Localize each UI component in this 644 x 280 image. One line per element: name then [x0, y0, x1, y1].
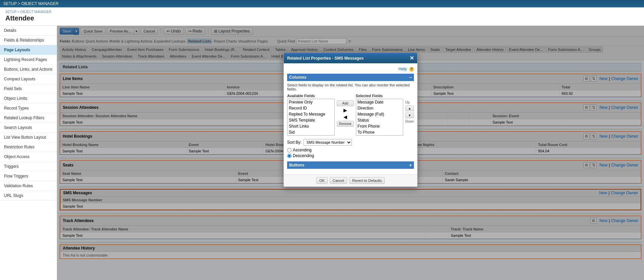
modal-buttons-label: Buttons [289, 163, 304, 167]
modal-remove-arrow-icon: ◀ [337, 114, 354, 120]
selected-field-from-phone[interactable]: From Phone [356, 123, 403, 129]
modal-revert-button[interactable]: Revert to Defaults [349, 177, 385, 184]
modal-descending-row: Descending [287, 153, 414, 158]
modal-columns-section-header: Columns − [287, 74, 414, 81]
sidebar-item-triggers[interactable]: Triggers [0, 162, 57, 171]
sidebar-item-field-sets[interactable]: Field Sets [0, 84, 57, 94]
selected-field-message-full[interactable]: Message (Full) [356, 111, 403, 117]
modal-footer: OK Cancel Revert to Defaults [284, 174, 417, 187]
available-field-preview-only[interactable]: Preview Only [287, 99, 334, 105]
modal-available-fields: Available Fields Preview Only Record ID … [287, 94, 335, 136]
modal-ok-button[interactable]: OK [316, 177, 328, 184]
modal-help-row: Help ? [287, 67, 414, 72]
setup-link[interactable]: SETUP [3, 1, 17, 6]
object-manager-link[interactable]: OBJECT MANAGER [21, 1, 58, 6]
selected-field-sms-message-number[interactable]: SMS Message Number [356, 135, 403, 136]
modal-descending-label: Descending [293, 153, 314, 158]
modal-ascending-label: Ascending [293, 148, 312, 152]
modal-remove-button[interactable]: Remove [337, 121, 354, 127]
modal-columns-minus-icon[interactable]: − [409, 75, 412, 80]
modal-add-button[interactable]: Add [337, 100, 354, 106]
modal-title-bar: Related List Properties - SMS Messages ✕ [284, 53, 417, 63]
main-layout: Details Fields & Relationships Page Layo… [0, 26, 644, 280]
selected-field-to-phone[interactable]: To Phone [356, 129, 403, 135]
header-breadcrumb: SETUP > OBJECT MANAGER [5, 10, 639, 14]
modal-descending-radio[interactable] [287, 154, 291, 158]
modal-down-label: Down [405, 120, 414, 123]
sidebar-item-record-types[interactable]: Record Types [0, 103, 57, 113]
available-field-record-id[interactable]: Record ID [287, 105, 334, 111]
modal-sort-by-label: Sort By: [287, 140, 302, 145]
page-title: Attendee [5, 14, 639, 22]
modal-help-link[interactable]: Help [398, 67, 407, 71]
sidebar-item-list-view-button-layout[interactable]: List View Button Layout [0, 133, 57, 142]
modal-sort-by-select[interactable]: SMS Message Number Message Date Directio… [304, 139, 352, 146]
modal-down-button[interactable]: ▼ [405, 113, 414, 118]
modal-close-button[interactable]: ✕ [410, 55, 414, 61]
modal-up-button[interactable]: ▲ [405, 106, 414, 111]
available-field-short-links[interactable]: Short Links [287, 123, 334, 129]
sidebar-item-page-layouts[interactable]: Page Layouts [0, 45, 57, 55]
modal-overlay: Related List Properties - SMS Messages ✕… [57, 26, 644, 280]
modal-sort-order-group: Ascending Descending [287, 148, 414, 158]
modal-help-icon: ? [409, 67, 414, 72]
available-field-to[interactable]: To [287, 135, 334, 136]
sidebar-item-flow-triggers[interactable]: Flow Triggers [0, 171, 57, 181]
modal-columns-layout: Available Fields Preview Only Record ID … [287, 94, 414, 136]
modal-selected-fields-label: Selected Fields [356, 94, 404, 98]
modal-ascending-radio[interactable] [287, 148, 291, 152]
sidebar-item-object-access[interactable]: Object Access [0, 152, 57, 162]
page-header: SETUP > OBJECT MANAGER Attendee [0, 7, 644, 26]
available-field-sms-template[interactable]: SMS Template [287, 117, 334, 123]
sidebar-item-compact-layouts[interactable]: Compact Layouts [0, 74, 57, 84]
sidebar-item-url-slugs[interactable]: URL Slugs [0, 191, 57, 201]
modal-buttons-section-header: Buttons + [287, 161, 414, 169]
modal-available-fields-list[interactable]: Preview Only Record ID Replied To Messag… [287, 99, 335, 136]
content-area: Save ▾ Quick Save Preview As... ▾ Cancel… [57, 26, 644, 280]
sidebar-item-related-lookup-filters[interactable]: Related Lookup Filters [0, 113, 57, 123]
related-list-properties-modal: Related List Properties - SMS Messages ✕… [283, 53, 418, 187]
modal-up-down-buttons: Up ▲ ▼ Down [405, 94, 414, 123]
sidebar: Details Fields & Relationships Page Layo… [0, 26, 57, 280]
sidebar-item-restriction-rules[interactable]: Restriction Rules [0, 142, 57, 152]
sidebar-item-search-layouts[interactable]: Search Layouts [0, 123, 57, 133]
sidebar-item-details[interactable]: Details [0, 26, 57, 36]
modal-available-fields-label: Available Fields [287, 94, 335, 98]
selected-field-direction[interactable]: Direction [356, 105, 403, 111]
modal-columns-label: Columns [289, 75, 306, 80]
modal-up-label: Up [405, 100, 414, 104]
sidebar-item-lightning-record-pages[interactable]: Lightning Record Pages [0, 55, 57, 65]
modal-selected-fields-list[interactable]: Message Date Direction Message (Full) St… [356, 99, 404, 136]
modal-cancel-button[interactable]: Cancel [330, 177, 347, 184]
modal-columns-desc: Select fields to display on the related … [287, 83, 414, 91]
breadcrumb: SETUP > OBJECT MANAGER [3, 1, 59, 6]
sidebar-item-object-limits[interactable]: Object Limits [0, 94, 57, 103]
modal-sort-row: Sort By: SMS Message Number Message Date… [287, 139, 414, 146]
modal-body: Help ? Columns − Select fields to displa… [284, 63, 417, 174]
modal-ascending-row: Ascending [287, 148, 414, 152]
modal-title: Related List Properties - SMS Messages [287, 56, 364, 61]
top-bar: SETUP > OBJECT MANAGER [0, 0, 644, 7]
selected-field-status[interactable]: Status [356, 117, 403, 123]
modal-add-remove-buttons: Add ▶ ◀ Remove [337, 94, 354, 127]
sidebar-item-fields-relationships[interactable]: Fields & Relationships [0, 36, 57, 45]
modal-buttons-plus-icon[interactable]: + [409, 162, 412, 168]
available-field-replied-to-message[interactable]: Replied To Message [287, 111, 334, 117]
available-field-sid[interactable]: Sid [287, 129, 334, 135]
sidebar-item-validation-rules[interactable]: Validation Rules [0, 181, 57, 191]
selected-field-message-date[interactable]: Message Date [356, 99, 403, 105]
sidebar-item-buttons-links-actions[interactable]: Buttons, Links, and Actions [0, 65, 57, 74]
modal-selected-fields: Selected Fields Message Date Direction M… [356, 94, 404, 136]
modal-add-arrow-icon: ▶ [337, 108, 354, 113]
